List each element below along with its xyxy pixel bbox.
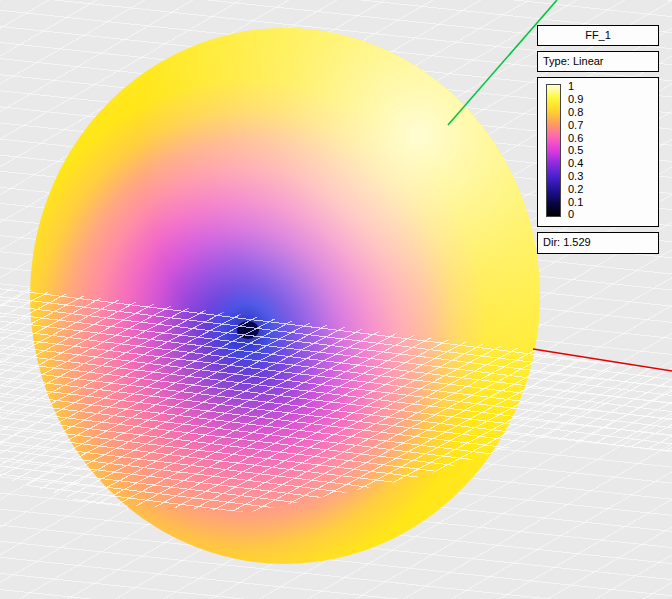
- viewport-3d[interactable]: FF_1 Type: Linear 1 0.9 0.8 0.7 0.6 0.5 …: [0, 0, 672, 599]
- tick-label: 1: [568, 81, 583, 92]
- tick-label: 0.6: [568, 133, 583, 144]
- tick-label: 0.7: [568, 120, 583, 131]
- farfield-legend[interactable]: FF_1 Type: Linear 1 0.9 0.8 0.7 0.6 0.5 …: [537, 25, 659, 254]
- colorbar[interactable]: [546, 84, 561, 217]
- tick-label: 0.8: [568, 107, 583, 118]
- tick-label: 0.1: [568, 197, 583, 208]
- tick-label: 0.5: [568, 145, 583, 156]
- colorbar-ticks: 1 0.9 0.8 0.7 0.6 0.5 0.4 0.3 0.2 0.1 0: [568, 81, 583, 220]
- legend-directivity: Dir: 1.529: [537, 232, 659, 253]
- legend-scale-type: Type: Linear: [537, 51, 659, 72]
- tick-label: 0.4: [568, 158, 583, 169]
- tick-label: 0.3: [568, 171, 583, 182]
- tick-label: 0: [568, 209, 583, 220]
- legend-title: FF_1: [537, 25, 659, 46]
- tick-label: 0.9: [568, 94, 583, 105]
- tick-label: 0.2: [568, 184, 583, 195]
- legend-colorscale: 1 0.9 0.8 0.7 0.6 0.5 0.4 0.3 0.2 0.1 0: [537, 77, 659, 227]
